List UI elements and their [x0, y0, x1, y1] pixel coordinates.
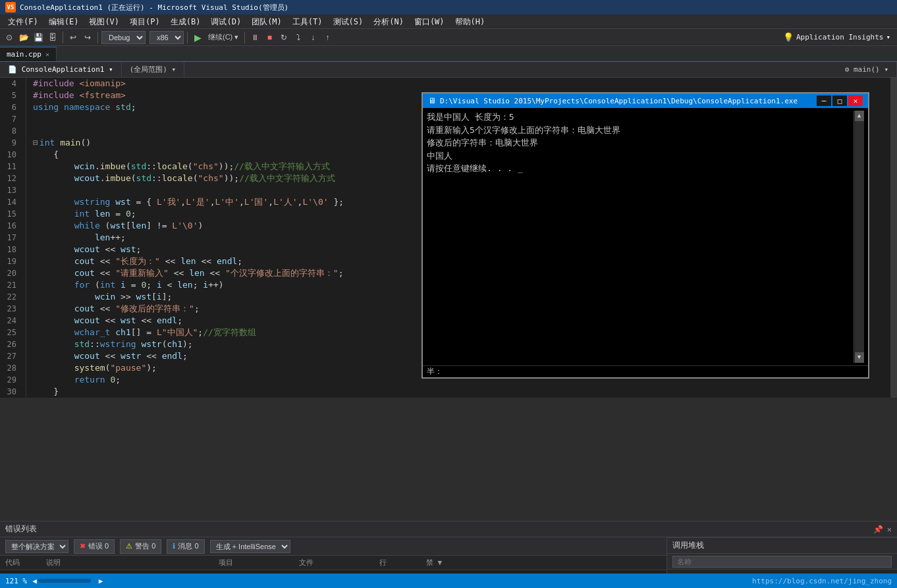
ln-4: 4	[0, 78, 22, 90]
messages-filter-button[interactable]: ℹ 消息 0	[167, 539, 204, 554]
menu-test[interactable]: 测试(S)	[328, 14, 369, 29]
ln-6: 6	[0, 101, 22, 113]
errors-count: 错误 0	[88, 541, 109, 551]
member-icon: ⚙	[845, 65, 854, 74]
ln-16: 16	[0, 220, 22, 232]
separator-2	[97, 32, 98, 43]
toolbar-stop[interactable]: ■	[263, 31, 276, 44]
ln-11: 11	[0, 161, 22, 173]
menu-window[interactable]: 窗口(W)	[409, 14, 450, 29]
toolbar-save[interactable]: 💾	[32, 31, 45, 44]
window-title: ConsoleApplication1 (正在运行) - Microsoft V…	[20, 3, 288, 13]
separator-1	[63, 32, 63, 43]
toolbar-restart[interactable]: ↻	[277, 31, 290, 44]
menu-team[interactable]: 团队(M)	[246, 14, 287, 29]
errors-filter-button[interactable]: ✖ 错误 0	[74, 539, 115, 554]
col-desc: 说明	[46, 558, 61, 568]
build-config-select[interactable]: Debug	[101, 31, 146, 44]
toolbar-continue-label[interactable]: 继续(C) ▾	[205, 31, 241, 44]
horizontal-scrollbar-track[interactable]	[38, 579, 91, 583]
scope-selector[interactable]: (全局范围) ▾	[122, 62, 185, 78]
horizontal-scroll-arrow-left[interactable]: ◀	[32, 577, 37, 585]
ln-28: 28	[0, 362, 22, 374]
menu-help[interactable]: 帮助(H)	[450, 14, 491, 29]
console-titlebar: 🖥 D:\Visual Studio 2015\MyProjects\Conso…	[423, 94, 868, 108]
build-type-dropdown[interactable]: 生成 + IntelliSense	[210, 540, 290, 553]
scope-dropdown[interactable]: 整个解决方案	[5, 540, 68, 553]
ln-14: 14	[0, 196, 22, 208]
toolbar-stepout[interactable]: ↑	[321, 31, 334, 44]
app-insights-button[interactable]: 💡 Application Insights ▾	[779, 32, 894, 42]
menu-file[interactable]: 文件(F)	[3, 14, 43, 29]
toolbar-new[interactable]: ⊙	[3, 31, 16, 44]
platform-select[interactable]: x86	[150, 31, 184, 44]
code-line-4: #include <iomanip>	[33, 78, 897, 90]
console-close-button[interactable]: ✕	[848, 95, 863, 106]
tab-close-icon[interactable]: ✕	[45, 51, 49, 58]
scrollbar-down-arrow[interactable]: ▼	[855, 352, 864, 363]
menu-tools[interactable]: 工具(T)	[287, 14, 328, 29]
project-selector[interactable]: 📄 ConsoleApplication1 ▾	[0, 62, 122, 78]
toolbar-redo[interactable]: ↪	[81, 31, 94, 44]
menu-project[interactable]: 项目(P)	[124, 14, 165, 29]
console-statusbar: 半：	[423, 365, 868, 377]
toolbar-stepover[interactable]: ⤵	[292, 31, 305, 44]
scrollbar-up-arrow[interactable]: ▲	[855, 111, 864, 121]
member-label: main()	[854, 65, 880, 74]
close-panel-icon[interactable]: ✕	[887, 525, 892, 534]
warnings-count: 警告 0	[135, 541, 155, 551]
tab-main-cpp[interactable]: main.cpp ✕	[0, 47, 57, 61]
app-insights-dropdown-icon: ▾	[886, 33, 890, 41]
bulb-icon: 💡	[783, 32, 794, 42]
menu-build[interactable]: 生成(B)	[165, 14, 206, 29]
error-panel-header: 错误列表 📌 ✕	[0, 521, 897, 537]
menu-bar: 文件(F) 编辑(E) 视图(V) 项目(P) 生成(B) 调试(D) 团队(M…	[0, 14, 897, 29]
member-selector[interactable]: ⚙ main() ▾	[837, 62, 897, 78]
toolbar-stepinto[interactable]: ↓	[306, 31, 319, 44]
callstack-header: 调用堆栈	[667, 538, 897, 554]
status-bar: 121 % ◀ ▶ https://blog.csdn.net/jing_zho…	[0, 574, 897, 588]
callstack-search-area	[667, 554, 897, 570]
ln-17: 17	[0, 232, 22, 244]
vs-icon: VS	[5, 2, 16, 13]
error-panel-title: 错误列表	[5, 523, 37, 535]
console-scrollbar[interactable]: ▲ ▼	[854, 111, 864, 363]
console-line-4: 中国人	[427, 149, 854, 163]
scrollbar-track[interactable]	[855, 121, 864, 352]
console-line-1: 我是中国人 长度为：5	[427, 111, 854, 124]
app-insights-label: Application Insights	[796, 33, 883, 41]
menu-edit[interactable]: 编辑(E)	[43, 14, 84, 29]
toolbar-save-all[interactable]: 🗄	[46, 31, 59, 44]
continue-button[interactable]: ▶	[191, 31, 204, 44]
console-window-icon: 🖥	[428, 96, 436, 105]
ln-8: 8	[0, 125, 22, 137]
ln-27: 27	[0, 350, 22, 362]
location-bar: 📄 ConsoleApplication1 ▾ (全局范围) ▾ ⚙ main(…	[0, 62, 897, 78]
toolbar-undo[interactable]: ↩	[67, 31, 80, 44]
error-icon: ✖	[80, 542, 86, 550]
console-minimize-button[interactable]: ─	[817, 95, 831, 106]
ln-23: 23	[0, 303, 22, 315]
ln-25: 25	[0, 327, 22, 338]
col-suppress[interactable]: 禁 ▼	[426, 558, 442, 568]
warnings-filter-button[interactable]: ⚠ 警告 0	[120, 539, 161, 554]
toolbar-pause[interactable]: ⏸	[248, 31, 261, 44]
menu-view[interactable]: 视图(V)	[84, 14, 124, 29]
menu-debug[interactable]: 调试(D)	[205, 14, 246, 29]
console-maximize-button[interactable]: □	[832, 95, 847, 106]
toolbar-open[interactable]: 📂	[17, 31, 30, 44]
console-content: 我是中国人 长度为：5 请重新输入5个汉字修改上面的字符串：电脑大世界 修改后的…	[423, 108, 868, 365]
ln-19: 19	[0, 255, 22, 267]
ln-5: 5	[0, 90, 22, 101]
ln-20: 20	[0, 267, 22, 279]
callstack-title: 调用堆栈	[672, 540, 704, 551]
console-window-controls: ─ □ ✕	[817, 95, 863, 106]
horizontal-scroll-arrow-right[interactable]: ▶	[99, 577, 103, 585]
menu-analyze[interactable]: 分析(N)	[368, 14, 409, 29]
console-line-5: 请按任意键继续. . . _	[427, 162, 854, 175]
callstack-name-input[interactable]	[672, 556, 892, 568]
pin-icon[interactable]: 📌	[873, 525, 883, 534]
ln-13: 13	[0, 184, 22, 196]
website-link[interactable]: https://blog.csdn.net/jing_zhong	[752, 577, 892, 585]
editor-vertical-scrollbar[interactable]	[890, 78, 897, 398]
